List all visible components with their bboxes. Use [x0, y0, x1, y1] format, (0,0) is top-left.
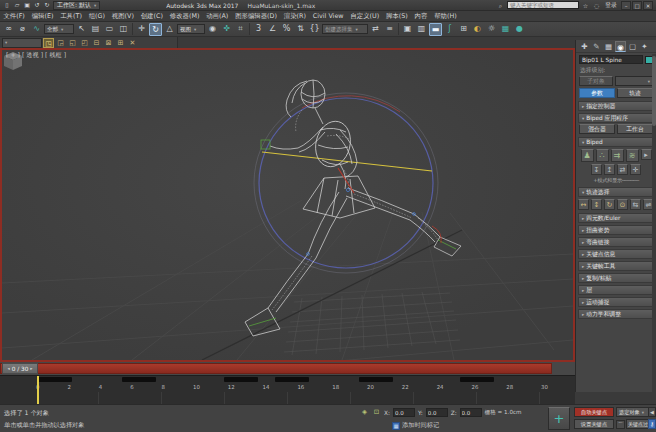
- tab-hierarchy-icon[interactable]: ▦: [603, 41, 614, 52]
- body-rotation-icon[interactable]: ↻: [604, 199, 615, 210]
- rollout-motion-capture[interactable]: ▸ 运动捕捉: [578, 297, 654, 307]
- current-frame-marker[interactable]: [37, 376, 39, 405]
- menu-rendering[interactable]: 渲染(R): [280, 11, 309, 22]
- animation-key[interactable]: [122, 377, 156, 382]
- bind-to-space-warp-icon[interactable]: ∿: [30, 23, 43, 36]
- sign-in-button[interactable]: 登录: [603, 1, 619, 10]
- rollout-biped[interactable]: ▾ Biped: [578, 137, 654, 147]
- rollout-dynamics-adaptation[interactable]: ▸ 动力学和调整: [578, 309, 654, 319]
- render-production-icon[interactable]: ●: [513, 23, 526, 36]
- select-and-link-icon[interactable]: ∞: [2, 23, 15, 36]
- align-icon[interactable]: ≡: [383, 23, 396, 36]
- material-editor-icon[interactable]: ◐: [471, 23, 484, 36]
- symmetrical-icon[interactable]: ⇆: [630, 199, 641, 210]
- rollout-quaternion-euler[interactable]: ▸ 四元数/Euler: [578, 213, 654, 223]
- animation-key[interactable]: [460, 377, 494, 382]
- new-scene-icon[interactable]: ▯: [3, 1, 11, 9]
- move-all-mode-icon[interactable]: ✛: [630, 164, 641, 175]
- rollout-twist-poses[interactable]: ▸ 扭曲姿势: [578, 225, 654, 235]
- menu-modifiers[interactable]: 修改器(M): [166, 11, 202, 22]
- select-and-manipulate-icon[interactable]: ✜: [220, 23, 233, 36]
- perspective-viewport[interactable]: [ + ] [ 透视 ] [ 线框 ]: [0, 48, 575, 362]
- search-input[interactable]: [507, 1, 579, 9]
- body-vertical-icon[interactable]: ↕: [591, 199, 602, 210]
- go-to-start-button[interactable]: ◀: [648, 407, 656, 417]
- close-button[interactable]: ✕: [643, 1, 653, 10]
- open-file-icon[interactable]: ▱: [13, 1, 21, 9]
- parameters-button[interactable]: 参数: [579, 88, 615, 98]
- rendered-frame-window-icon[interactable]: ▦: [499, 23, 512, 36]
- next-frame-arrow-icon[interactable]: ▸: [30, 366, 32, 371]
- modes-and-display-expander[interactable]: +模式和显示──────: [578, 177, 654, 184]
- unlink-selection-icon[interactable]: ⌀: [16, 23, 29, 36]
- lock-com-keying-icon[interactable]: ⊙: [617, 199, 628, 210]
- tab-modify-icon[interactable]: ✎: [591, 41, 602, 52]
- time-slider[interactable]: ◂ 0 / 30 ▸: [0, 362, 575, 375]
- body-horizontal-icon[interactable]: ↔: [578, 199, 589, 210]
- rollout-key-info[interactable]: ▸ 关键点信息: [578, 249, 654, 259]
- minimize-button[interactable]: –: [621, 1, 631, 10]
- workbench-button[interactable]: 工作台: [617, 124, 653, 134]
- animation-key[interactable]: [359, 377, 393, 382]
- containers-dropdown[interactable]: ▾: [2, 38, 42, 48]
- favorites-icon[interactable]: ☆: [581, 1, 590, 10]
- selection-filter-dropdown[interactable]: 全部 ▾: [44, 24, 74, 34]
- percent-snap-icon[interactable]: %: [280, 23, 293, 36]
- isolate-selection-icon[interactable]: ◈: [360, 408, 369, 417]
- container-icon-5[interactable]: ⊟: [91, 38, 102, 48]
- menu-create[interactable]: 创建(C): [137, 11, 166, 22]
- redo-icon[interactable]: ↻: [43, 1, 51, 9]
- animation-key[interactable]: [224, 377, 258, 382]
- select-and-scale-icon[interactable]: △: [163, 23, 176, 36]
- use-pivot-point-icon[interactable]: ◉: [206, 23, 219, 36]
- container-icon-7[interactable]: ⊞: [115, 38, 126, 48]
- motion-flow-mode-icon[interactable]: ⇉: [611, 149, 624, 162]
- animation-key[interactable]: [38, 377, 72, 382]
- tab-create-icon[interactable]: ✚: [579, 41, 590, 52]
- trajectories-button[interactable]: 轨迹: [617, 88, 653, 98]
- workspace-dropdown[interactable]: 工作区: 默认 ▾: [53, 1, 100, 10]
- viewport-label[interactable]: [ + ] [ 透视 ] [ 线框 ]: [6, 51, 66, 60]
- add-time-tag[interactable]: ▦ 添加时间标记: [392, 421, 439, 430]
- select-and-rotate-icon[interactable]: ↻: [149, 23, 162, 36]
- selection-lock-icon[interactable]: ⊡: [372, 408, 381, 417]
- x-coordinate-field[interactable]: [393, 408, 415, 417]
- biped-playback-icon[interactable]: ▸: [641, 149, 652, 160]
- rollout-assign-controller[interactable]: ▸ 指定控制器: [578, 101, 654, 111]
- menu-file[interactable]: 文件(F): [0, 11, 28, 22]
- edit-named-selection-sets-icon[interactable]: {}: [308, 23, 321, 36]
- spinner-snap-icon[interactable]: ⇅: [294, 23, 307, 36]
- named-selection-sets-dropdown[interactable]: 创建选择集 ▾: [322, 24, 368, 34]
- select-object-icon[interactable]: ↖: [75, 23, 88, 36]
- menu-views[interactable]: 视图(V): [108, 11, 137, 22]
- track-bar[interactable]: 0 2 4 6 8 10 12 14 16 18 20 22 24 26 28 …: [0, 375, 575, 404]
- save-file-icon[interactable]: ▣: [23, 1, 31, 9]
- menu-customize[interactable]: 自定义(U): [347, 11, 383, 22]
- select-by-name-icon[interactable]: ▤: [89, 23, 102, 36]
- menu-help[interactable]: 帮助(H): [431, 11, 460, 22]
- menu-edit[interactable]: 编辑(E): [28, 11, 57, 22]
- time-slider-handle[interactable]: ◂ 0 / 30 ▸: [2, 363, 38, 374]
- container-icon-2[interactable]: ◲: [55, 38, 66, 48]
- angle-snap-icon[interactable]: ∠: [266, 23, 279, 36]
- mixer-mode-icon[interactable]: ≋: [626, 149, 639, 162]
- community-icon[interactable]: ◌: [592, 1, 601, 10]
- key-mode-toggle[interactable]: ⚷: [648, 419, 656, 429]
- set-keys-button[interactable]: +: [548, 407, 570, 430]
- rollout-track-selection[interactable]: ▾ 轨迹选择: [578, 187, 654, 197]
- container-icon-4[interactable]: ◰: [79, 38, 90, 48]
- mirror-icon[interactable]: ⇄: [369, 23, 382, 36]
- select-and-move-icon[interactable]: ✛: [135, 23, 148, 36]
- reference-coordinate-dropdown[interactable]: 视图 ▾: [177, 24, 205, 34]
- menu-civil-view[interactable]: Civil View: [309, 11, 347, 22]
- layer-manager-icon[interactable]: ▣: [401, 23, 414, 36]
- window-crossing-icon[interactable]: ◫: [117, 23, 130, 36]
- time-slider-track[interactable]: [0, 363, 552, 374]
- auto-key-button[interactable]: 自动关键点: [574, 407, 614, 417]
- default-tangent-icon[interactable]: ⌒: [616, 420, 625, 429]
- save-file-icon[interactable]: ↥: [604, 164, 615, 175]
- tab-motion-icon[interactable]: ◉: [615, 41, 626, 52]
- sub-object-dropdown[interactable]: ▾: [615, 76, 653, 86]
- schematic-view-icon[interactable]: ⊞: [457, 23, 470, 36]
- snaps-toggle-icon[interactable]: 3: [252, 23, 265, 36]
